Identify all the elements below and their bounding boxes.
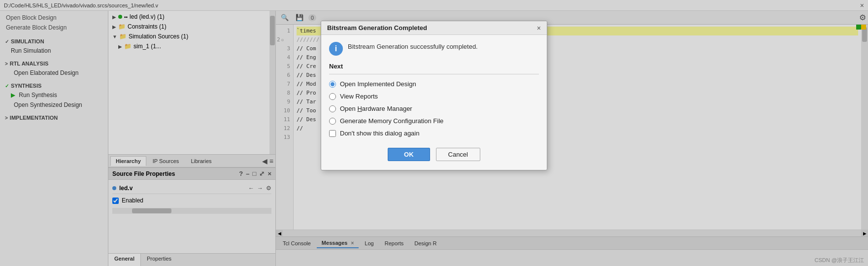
radio-open-hardware-manager[interactable] — [329, 105, 336, 112]
modal-divider — [329, 74, 539, 74]
modal-info-text: Bitstream Generation successfully comple… — [348, 42, 478, 52]
ok-button[interactable]: OK — [388, 148, 430, 161]
radio-open-implemented[interactable] — [329, 81, 336, 88]
radio-label-4[interactable]: Generate Memory Configuration File — [340, 117, 443, 125]
modal-overlay: Bitstream Generation Completed × i Bitst… — [0, 11, 868, 266]
dont-show-label[interactable]: Don't show this dialog again — [340, 130, 419, 137]
radio-label-3[interactable]: Open Hardware Manager — [340, 105, 412, 112]
title-path: D:/Code/HLS/HLS_LED/vivado/vivado.srcs/s… — [4, 2, 158, 8]
dont-show-checkbox[interactable] — [329, 130, 336, 137]
modal-info-row: i Bitstream Generation successfully comp… — [329, 42, 539, 56]
title-close-btn[interactable]: × — [860, 1, 864, 9]
main-layout: Open Block Design Generate Block Design … — [0, 11, 868, 266]
title-bar: D:/Code/HLS/HLS_LED/vivado/vivado.srcs/s… — [0, 0, 868, 11]
modal-buttons: OK Cancel — [329, 144, 539, 163]
cancel-button[interactable]: Cancel — [436, 148, 480, 161]
modal-next-label: Next — [329, 63, 539, 70]
radio-generate-memory-config[interactable] — [329, 118, 336, 125]
modal-titlebar: Bitstream Generation Completed × — [321, 21, 547, 35]
modal-radio-2: View Reports — [329, 93, 539, 100]
radio-label-1[interactable]: Open Implemented Design — [340, 80, 416, 88]
radio-label-2[interactable]: View Reports — [340, 93, 378, 100]
modal-title: Bitstream Generation Completed — [327, 24, 427, 32]
modal-dialog: Bitstream Generation Completed × i Bitst… — [321, 21, 547, 170]
radio-view-reports[interactable] — [329, 93, 336, 100]
modal-body: i Bitstream Generation successfully comp… — [321, 35, 547, 170]
modal-radio-3: Open Hardware Manager — [329, 105, 539, 112]
modal-close-btn[interactable]: × — [537, 25, 541, 32]
modal-info-icon: i — [329, 42, 343, 56]
modal-checkbox-row: Don't show this dialog again — [329, 130, 539, 137]
modal-radio-4: Generate Memory Configuration File — [329, 117, 539, 125]
modal-radio-1: Open Implemented Design — [329, 80, 539, 88]
